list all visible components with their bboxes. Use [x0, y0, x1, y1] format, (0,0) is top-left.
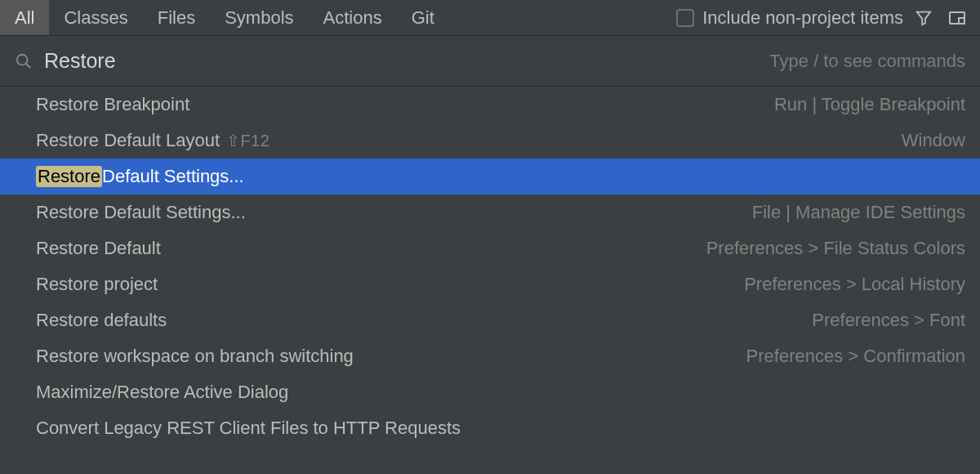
- search-row: Type / to see commands: [0, 36, 980, 87]
- result-row[interactable]: Restore Breakpoint Run | Toggle Breakpoi…: [0, 87, 980, 123]
- result-row[interactable]: Restore workspace on branch switching Pr…: [0, 338, 980, 374]
- result-label: Maximize/Restore Active Dialog: [36, 382, 288, 403]
- result-label: Restore Default Layout: [36, 130, 220, 151]
- result-label: Restore project: [36, 274, 158, 295]
- tab-files[interactable]: Files: [143, 0, 210, 35]
- search-icon: [15, 52, 33, 70]
- filter-icon[interactable]: [915, 9, 933, 27]
- result-label-rest: Default Settings...: [102, 166, 244, 187]
- search-input[interactable]: [44, 49, 769, 73]
- result-shortcut: ⇧F12: [226, 131, 270, 150]
- include-nonproject-label: Include non-project items: [702, 7, 903, 29]
- svg-rect-1: [959, 18, 964, 24]
- result-row[interactable]: Maximize/Restore Active Dialog: [0, 374, 980, 410]
- result-hint: Run | Toggle Breakpoint: [774, 94, 965, 115]
- result-hint: Preferences > Font: [812, 310, 965, 331]
- result-row[interactable]: Restore Default Settings... File | Manag…: [0, 195, 980, 230]
- tab-all[interactable]: All: [0, 0, 49, 35]
- tab-bar: All Classes Files Symbols Actions Git In…: [0, 0, 980, 36]
- results-list: Restore Breakpoint Run | Toggle Breakpoi…: [0, 87, 980, 446]
- result-hint: Preferences > Local History: [744, 274, 965, 295]
- include-nonproject-container[interactable]: Include non-project items: [676, 7, 915, 29]
- result-row[interactable]: Restore defaults Preferences > Font: [0, 302, 980, 338]
- result-row[interactable]: Restore Default Preferences > File Statu…: [0, 230, 980, 266]
- search-hint: Type / to see commands: [769, 51, 965, 72]
- tab-actions[interactable]: Actions: [309, 0, 397, 35]
- open-in-window-icon[interactable]: [947, 8, 967, 28]
- result-hint: Preferences > Confirmation: [746, 346, 965, 367]
- result-row[interactable]: Restore Default Layout ⇧F12 Window: [0, 123, 980, 159]
- result-label: Restore Default Settings...: [36, 202, 246, 223]
- tab-symbols[interactable]: Symbols: [210, 0, 308, 35]
- result-label: Restore defaults: [36, 310, 167, 331]
- svg-line-3: [26, 63, 31, 68]
- result-row-selected[interactable]: Restore Default Settings...: [0, 159, 980, 195]
- tab-git[interactable]: Git: [397, 0, 449, 35]
- result-highlight: Restore: [36, 166, 102, 187]
- result-row[interactable]: Convert Legacy REST Client Files to HTTP…: [0, 410, 980, 446]
- include-nonproject-checkbox[interactable]: [676, 9, 694, 27]
- result-row[interactable]: Restore project Preferences > Local Hist…: [0, 266, 980, 302]
- toolbar-icons: [915, 8, 980, 28]
- result-hint: Window: [902, 130, 965, 151]
- result-label: Restore Default: [36, 238, 161, 259]
- result-hint: File | Manage IDE Settings: [752, 202, 965, 223]
- search-icon-slot: [15, 52, 44, 70]
- result-label: Restore workspace on branch switching: [36, 346, 354, 367]
- tab-classes[interactable]: Classes: [49, 0, 142, 35]
- result-label: Restore Breakpoint: [36, 94, 189, 115]
- result-label: Convert Legacy REST Client Files to HTTP…: [36, 418, 461, 439]
- result-hint: Preferences > File Status Colors: [706, 238, 965, 259]
- svg-point-2: [17, 54, 28, 65]
